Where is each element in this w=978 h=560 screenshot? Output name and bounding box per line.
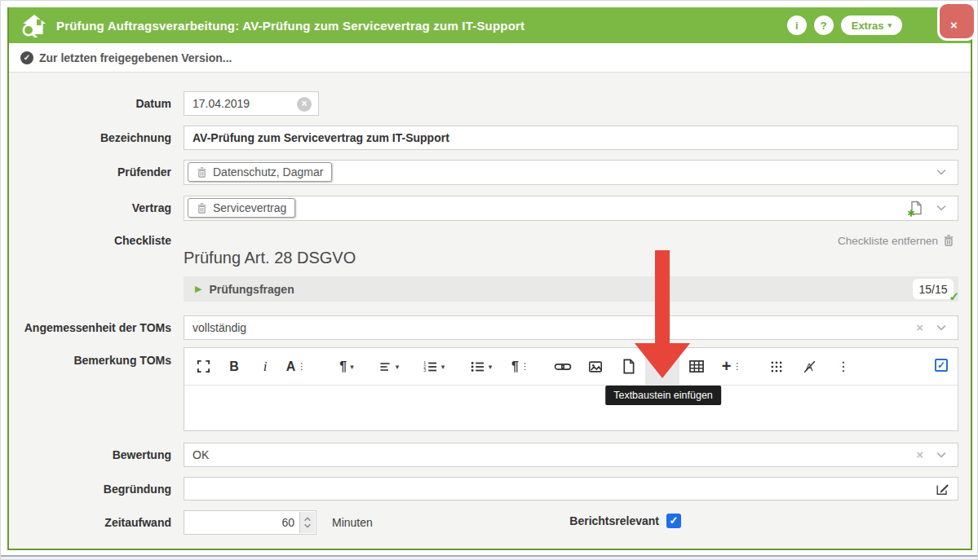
chevron-down-icon: ▾ <box>887 21 892 29</box>
dots-icon: ⋮ <box>732 361 741 372</box>
extras-button[interactable]: Extras ▾ <box>841 15 902 35</box>
bold-button[interactable]: B <box>219 348 249 385</box>
berichtsrelevant-checkbox[interactable]: ✓ <box>666 514 681 528</box>
zeitaufwand-field <box>184 510 316 535</box>
bullet-list-button[interactable]: ▾ <box>458 348 503 385</box>
edit-icon[interactable] <box>935 482 950 496</box>
pruefender-field[interactable]: Datenschutz, Dagmar <box>184 160 958 185</box>
extras-label: Extras <box>852 20 884 32</box>
paragraph-format-button[interactable]: ¶ ▾ <box>327 348 366 385</box>
spinner-down-icon <box>303 523 312 528</box>
insert-table-button[interactable] <box>681 348 712 385</box>
pruefungsfragen-section[interactable]: ▶ Prüfungsfragen 15/15 ✓ <box>184 276 958 302</box>
select-all-button[interactable] <box>761 348 792 385</box>
chevron-down-icon: ▾ <box>350 363 354 371</box>
svg-text:3: 3 <box>423 368 426 373</box>
dots-icon: ⋮ <box>297 361 306 372</box>
vertrag-tag[interactable]: Servicevertrag <box>188 198 295 218</box>
pruefender-tag[interactable]: Datenschutz, Dagmar <box>188 162 332 182</box>
progress-badge: 15/15 ✓ <box>913 279 954 299</box>
paragraph-style-button[interactable]: ¶ ⋮ <box>505 348 536 385</box>
link-icon <box>554 359 572 374</box>
header-actions: i ? Extras ▾ <box>787 15 959 35</box>
editor-content-area[interactable] <box>184 386 958 431</box>
chevron-down-icon: ▾ <box>396 363 400 371</box>
vertrag-tag-label: Servicevertrag <box>213 201 286 214</box>
pruefender-label: Prüfender <box>16 165 171 179</box>
angemessenheit-field: × <box>184 315 958 340</box>
clear-date-icon[interactable]: × <box>297 97 312 112</box>
plus-icon: + <box>657 356 668 377</box>
ordered-list-icon: 123 <box>422 359 438 374</box>
bullet-list-icon <box>469 359 485 374</box>
new-document-icon[interactable] <box>907 200 925 218</box>
dots-icon: ⋮ <box>520 361 529 372</box>
progress-badge-value: 15/15 <box>918 283 947 296</box>
table-icon <box>688 359 705 373</box>
page-bottom-strip <box>1 555 977 559</box>
bewertung-label: Bewertung <box>16 448 171 461</box>
insert-textblock-button[interactable]: + <box>645 348 679 385</box>
fullscreen-button[interactable] <box>188 348 218 385</box>
zeitaufwand-input[interactable] <box>184 511 316 534</box>
chevron-down-icon[interactable] <box>935 450 948 460</box>
dialog-title: Prüfung Auftragsverarbeitung: AV-Prüfung… <box>56 19 524 33</box>
chevron-down-icon: ▾ <box>489 363 493 371</box>
document-icon <box>622 359 635 374</box>
chevron-down-icon[interactable] <box>935 203 948 213</box>
align-button[interactable]: ▾ <box>368 348 409 385</box>
insert-special-button[interactable]: + ⋮ <box>714 348 750 385</box>
trash-icon <box>943 234 954 247</box>
align-icon <box>378 360 392 373</box>
checkliste-label: Checkliste <box>16 234 171 247</box>
insert-image-button[interactable] <box>580 348 611 385</box>
chevron-down-icon[interactable] <box>935 167 948 177</box>
bezeichnung-input[interactable] <box>184 126 958 149</box>
clear-icon[interactable]: × <box>916 320 923 334</box>
triangle-right-icon: ▶ <box>195 284 201 294</box>
vertrag-label: Vertrag <box>16 201 171 214</box>
italic-glyph: i <box>263 359 268 375</box>
help-button[interactable]: ? <box>814 15 834 35</box>
insert-file-button[interactable] <box>613 348 644 385</box>
zeitaufwand-label: Zeitaufwand <box>16 516 171 529</box>
begruendung-label: Begründung <box>16 483 171 496</box>
trash-icon <box>197 166 207 179</box>
ordered-list-button[interactable]: 123 ▾ <box>410 348 456 385</box>
chevron-down-icon[interactable] <box>935 323 948 333</box>
paragraph-glyph: ¶ <box>511 359 519 374</box>
pruefungsfragen-label: Prüfungsfragen <box>209 283 294 296</box>
check-icon: ✓ <box>949 289 959 304</box>
close-button[interactable]: × <box>937 2 976 41</box>
spinner-up-icon <box>303 517 312 522</box>
dotted-square-icon <box>769 359 784 374</box>
audit-house-icon <box>20 13 48 37</box>
clear-icon[interactable]: × <box>916 448 923 461</box>
bewertung-input[interactable] <box>184 443 958 466</box>
chevron-down-icon: ▾ <box>441 363 445 371</box>
editor-toolbar: B i A ⋮ ¶ ▾ ▾ <box>184 348 958 386</box>
bezeichnung-field <box>184 126 958 150</box>
paragraph-glyph: ¶ <box>339 359 347 374</box>
angemessenheit-input[interactable] <box>184 316 958 339</box>
bold-glyph: B <box>229 359 239 374</box>
image-icon <box>587 359 604 374</box>
font-size-glyph: A <box>286 359 296 374</box>
editor-checkbox[interactable]: ✓ <box>935 359 948 372</box>
insert-link-button[interactable] <box>547 348 578 385</box>
info-button[interactable]: i <box>787 15 807 35</box>
checkliste-remove-link[interactable]: Checkliste entfernen <box>838 234 954 247</box>
vertrag-field[interactable]: Servicevertrag <box>184 196 958 221</box>
more-options-button[interactable]: ⋮ <box>831 348 856 385</box>
screenshot-root: Prüfung Auftragsverarbeitung: AV-Prüfung… <box>0 0 978 560</box>
number-spinner[interactable] <box>299 512 315 533</box>
italic-button[interactable]: i <box>250 348 280 385</box>
clear-formatting-button[interactable]: A <box>794 348 825 385</box>
richtext-editor: B i A ⋮ ¶ ▾ ▾ <box>184 347 958 431</box>
font-size-button[interactable]: A ⋮ <box>281 348 311 385</box>
checkliste-remove-label: Checkliste entfernen <box>838 235 938 247</box>
dialog-header: Prüfung Auftragsverarbeitung: AV-Prüfung… <box>9 7 971 43</box>
last-version-link[interactable]: Zur letzten freigegebenen Version... <box>39 51 232 64</box>
begruendung-input[interactable] <box>184 478 958 500</box>
bemerkung-label: Bemerkung TOMs <box>16 354 171 367</box>
